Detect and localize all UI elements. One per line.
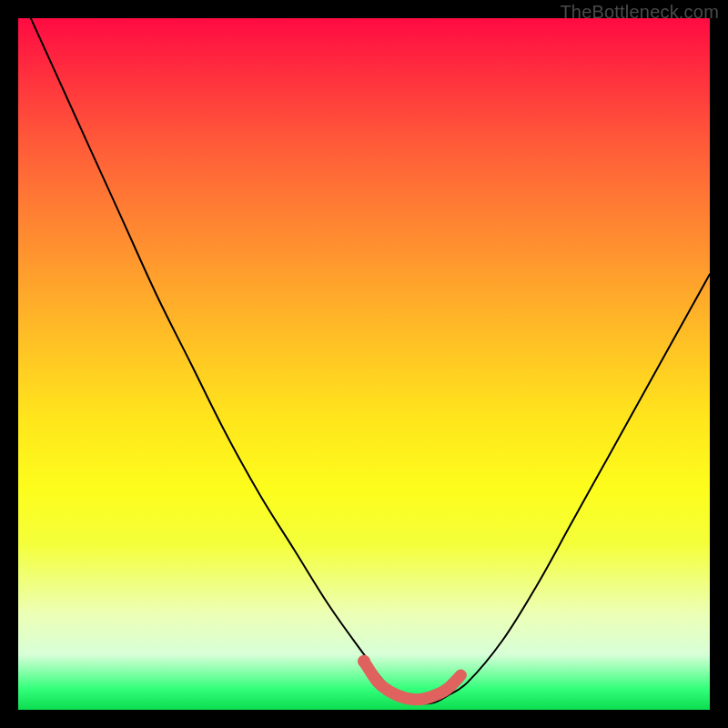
watermark-text: TheBottleneck.com <box>560 2 719 23</box>
bottleneck-curve-path <box>18 18 710 703</box>
optimal-zone-path <box>364 662 460 700</box>
chart-svg <box>18 18 710 710</box>
optimal-zone-dot <box>358 655 370 668</box>
plot-area <box>18 18 710 710</box>
chart-frame: TheBottleneck.com <box>0 0 728 728</box>
